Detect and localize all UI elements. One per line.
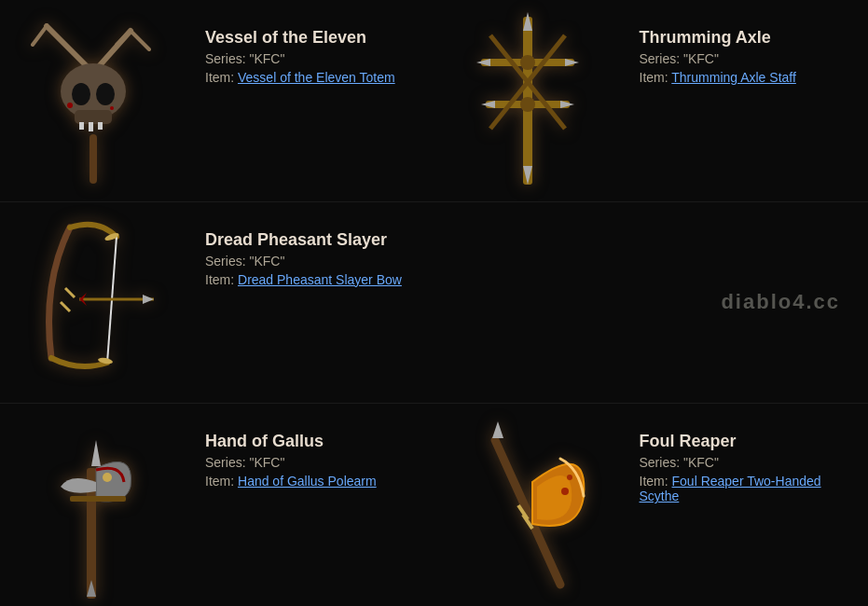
weapon-image-polearm	[0, 412, 186, 599]
svg-point-7	[72, 83, 90, 105]
item-series-vessel: Series: "KFC"	[205, 51, 395, 66]
svg-point-46	[561, 488, 569, 495]
item-label-thrumming: Item: Thrumming Axle Staff	[640, 70, 796, 85]
item-series-dread: Series: "KFC"	[205, 254, 402, 269]
svg-line-33	[65, 288, 75, 297]
item-title-thrumming: Thrumming Axle	[640, 28, 796, 48]
svg-point-24	[520, 55, 535, 70]
svg-line-34	[61, 302, 70, 311]
svg-point-8	[96, 83, 115, 105]
item-link-gallus[interactable]: Hand of Gallus Polearm	[238, 474, 377, 489]
item-title-gallus: Hand of Gallus	[205, 432, 377, 451]
weapon-image-totem	[0, 17, 186, 185]
svg-point-14	[67, 103, 73, 108]
item-gallus: Hand of Gallus Series: "KFC" Item: Hand …	[0, 404, 434, 606]
svg-rect-39	[70, 496, 126, 502]
item-series-foul: Series: "KFC"	[640, 455, 860, 470]
weapon-image-bow	[0, 209, 186, 395]
svg-rect-10	[79, 122, 84, 130]
svg-line-4	[131, 31, 149, 49]
item-series-gallus: Series: "KFC"	[205, 455, 377, 470]
item-info-foul: Foul Reaper Series: "KFC" Item: Foul Rea…	[640, 422, 860, 503]
svg-marker-43	[492, 421, 503, 438]
item-label-foul: Item: Foul Reaper Two-Handed Scythe	[640, 474, 860, 503]
svg-rect-11	[89, 122, 93, 131]
svg-line-2	[47, 26, 61, 40]
item-title-vessel: Vessel of the Eleven	[205, 28, 395, 48]
item-thrumming: Thrumming Axle Series: "KFC" Item: Thrum…	[434, 0, 869, 202]
svg-point-41	[103, 473, 112, 482]
weapon-image-scythe	[434, 412, 621, 599]
item-label-vessel: Item: Vessel of the Eleven Totem	[205, 70, 395, 85]
main-grid: Vessel of the Eleven Series: "KFC" Item:…	[0, 0, 868, 606]
svg-rect-12	[98, 122, 103, 130]
svg-point-15	[110, 106, 114, 110]
item-title-dread: Dread Pheasant Slayer	[205, 230, 402, 250]
item-info-dread: Dread Pheasant Slayer Series: "KFC" Item…	[205, 221, 402, 287]
weapon-image-staff	[434, 7, 621, 194]
svg-rect-9	[75, 110, 112, 124]
item-info-thrumming: Thrumming Axle Series: "KFC" Item: Thrum…	[640, 19, 796, 85]
watermark-text: diablo4.cc	[721, 290, 840, 314]
item-foul: Foul Reaper Series: "KFC" Item: Foul Rea…	[434, 404, 869, 606]
item-label-dread: Item: Dread Pheasant Slayer Bow	[205, 272, 402, 287]
item-series-thrumming: Series: "KFC"	[640, 51, 796, 66]
item-info-gallus: Hand of Gallus Series: "KFC" Item: Hand …	[205, 422, 377, 489]
item-vessel: Vessel of the Eleven Series: "KFC" Item:…	[0, 0, 434, 202]
svg-marker-31	[143, 295, 154, 304]
item-dread: Dread Pheasant Slayer Series: "KFC" Item…	[0, 202, 434, 405]
item-label-gallus: Item: Hand of Gallus Polearm	[205, 474, 377, 489]
item-watermark-cell: diablo4.cc	[434, 202, 869, 405]
svg-marker-38	[91, 440, 101, 466]
item-title-foul: Foul Reaper	[640, 432, 860, 451]
item-link-thrumming[interactable]: Thrumming Axle Staff	[671, 70, 796, 85]
item-link-vessel[interactable]: Vessel of the Eleven Totem	[238, 70, 395, 85]
item-link-dread[interactable]: Dread Pheasant Slayer Bow	[238, 272, 402, 287]
svg-point-47	[567, 475, 572, 480]
svg-point-25	[520, 97, 535, 112]
item-info-vessel: Vessel of the Eleven Series: "KFC" Item:…	[205, 19, 395, 85]
svg-line-1	[33, 26, 47, 45]
